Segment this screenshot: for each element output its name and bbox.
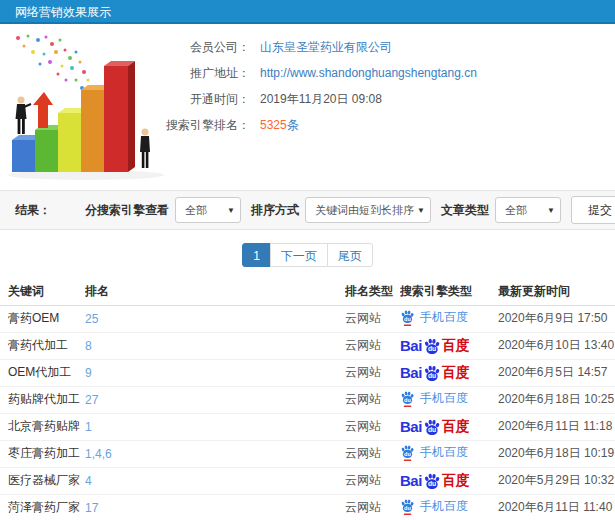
- sort-select-value: 关键词由短到长排序: [315, 204, 414, 216]
- engine-cell: Bai du 百度: [400, 359, 498, 386]
- keyword-cell: 枣庄膏药加工: [0, 440, 85, 467]
- summary-section: 会员公司：山东皇圣堂药业有限公司推广地址：http://www.shandong…: [0, 24, 615, 190]
- engine-cell: du 手机百度: [400, 386, 498, 413]
- updated-cell: 2020年6月11日 11:40: [498, 494, 615, 520]
- baidu-logo: Bai du 百度: [400, 472, 470, 490]
- company-info-list: 会员公司：山东皇圣堂药业有限公司推广地址：http://www.shandong…: [148, 34, 477, 138]
- engine-cell: Bai du 百度: [400, 332, 498, 359]
- mobile-paw-icon: du: [400, 390, 415, 407]
- table-row: OEM代加工 9 云网站 Bai du 百度 202: [0, 359, 615, 386]
- rank-link[interactable]: 17: [85, 501, 98, 515]
- updated-cell: 2020年6月11日 11:18: [498, 413, 615, 440]
- page-next[interactable]: 下一页: [270, 243, 328, 267]
- engine-cell: du 手机百度: [400, 440, 498, 467]
- updated-cell: 2020年6月18日 10:25: [498, 386, 615, 413]
- table-row: 枣庄膏药加工 1,4,6 云网站 du 手机百度: [0, 440, 615, 467]
- info-row: 会员公司：山东皇圣堂药业有限公司: [148, 34, 477, 60]
- results-table: 关键词排名排名类型搜索引擎类型最新更新时间 膏药OEM 25 云网站 du: [0, 278, 615, 520]
- rank-link[interactable]: 27: [85, 393, 98, 407]
- rank-type-cell: 云网站: [345, 413, 400, 440]
- engine-cell: du 手机百度: [400, 305, 498, 332]
- mobile-baidu-icon: du 手机百度: [400, 498, 468, 515]
- info-label: 搜索引擎排名：: [148, 112, 250, 138]
- info-value[interactable]: http://www.shandonghuangshengtang.cn: [260, 60, 477, 86]
- rank-cell: 25: [85, 305, 345, 332]
- keyword-cell: 菏泽膏药厂家: [0, 494, 85, 520]
- engine-select[interactable]: 全部 ▼: [175, 197, 241, 223]
- sort-filter-label: 排序方式: [251, 202, 299, 219]
- baidu-paw-icon: du: [423, 472, 441, 490]
- svg-text:du: du: [404, 396, 411, 402]
- updated-cell: 2020年6月10日 13:40: [498, 332, 615, 359]
- engine-filter-label: 分搜索引擎查看: [85, 202, 169, 219]
- mobile-baidu-icon: du 手机百度: [400, 390, 468, 407]
- table-row: 药贴牌代加工 27 云网站 du 手机百度 2: [0, 386, 615, 413]
- result-label: 结果：: [15, 202, 51, 219]
- engine-cell: du 手机百度: [400, 494, 498, 520]
- caret-down-icon: ▼: [227, 199, 235, 223]
- rank-type-cell: 云网站: [345, 359, 400, 386]
- submit-button[interactable]: 提交: [571, 196, 615, 224]
- table-header-row: 关键词排名排名类型搜索引擎类型最新更新时间: [0, 278, 615, 305]
- caret-down-icon: ▼: [417, 199, 425, 223]
- info-label: 开通时间：: [148, 86, 250, 112]
- svg-text:du: du: [428, 345, 436, 352]
- keyword-cell: 北京膏药贴牌: [0, 413, 85, 440]
- rank-link[interactable]: 4: [85, 474, 92, 488]
- updated-cell: 2020年6月5日 14:57: [498, 359, 615, 386]
- info-row: 开通时间：2019年11月20日 09:08: [148, 86, 477, 112]
- table-row: 菏泽膏药厂家 17 云网站 du 手机百度 2: [0, 494, 615, 520]
- rank-type-cell: 云网站: [345, 494, 400, 520]
- info-row: 推广地址：http://www.shandonghuangshengtang.c…: [148, 60, 477, 86]
- rank-type-cell: 云网站: [345, 332, 400, 359]
- updated-cell: 2020年6月18日 10:19: [498, 440, 615, 467]
- table-row: 北京膏药贴牌 1 云网站 Bai du 百度 202: [0, 413, 615, 440]
- table-row: 膏药OEM 25 云网站 du 手机百度 20: [0, 305, 615, 332]
- baidu-logo: Bai du 百度: [400, 364, 470, 382]
- rank-link[interactable]: 1,4,6: [85, 447, 112, 461]
- info-value[interactable]: 山东皇圣堂药业有限公司: [260, 34, 392, 60]
- rank-link[interactable]: 25: [85, 312, 98, 326]
- column-header-rank-type: 排名类型: [345, 278, 400, 305]
- article-type-select[interactable]: 全部 ▼: [495, 197, 561, 223]
- table-row: 医疗器械厂家 4 云网站 Bai du 百度 202: [0, 467, 615, 494]
- rank-cell: 1,4,6: [85, 440, 345, 467]
- svg-text:du: du: [404, 450, 411, 456]
- baidu-paw-icon: du: [423, 364, 441, 382]
- svg-text:du: du: [428, 426, 436, 433]
- mobile-baidu-icon: du 手机百度: [400, 309, 468, 326]
- page-last[interactable]: 尾页: [327, 243, 373, 267]
- engine-cell: Bai du 百度: [400, 467, 498, 494]
- svg-text:du: du: [404, 315, 411, 321]
- column-header-updated: 最新更新时间: [498, 278, 615, 305]
- column-header-rank: 排名: [85, 278, 345, 305]
- pagination: 1下一页尾页: [0, 243, 615, 269]
- sort-select[interactable]: 关键词由短到长排序 ▼: [305, 197, 431, 223]
- info-value: 2019年11月20日 09:08: [260, 86, 382, 112]
- mobile-baidu-icon: du 手机百度: [400, 444, 468, 461]
- page-current[interactable]: 1: [242, 243, 271, 267]
- info-value: 5325条: [260, 112, 299, 138]
- up-arrow-icon: [33, 92, 53, 128]
- keyword-cell: 药贴牌代加工: [0, 386, 85, 413]
- rank-link[interactable]: 1: [85, 420, 92, 434]
- baidu-paw-icon: du: [423, 418, 441, 436]
- rank-cell: 4: [85, 467, 345, 494]
- engine-cell: Bai du 百度: [400, 413, 498, 440]
- rank-cell: 9: [85, 359, 345, 386]
- baidu-logo: Bai du 百度: [400, 418, 470, 436]
- mobile-paw-icon: du: [400, 309, 415, 326]
- rank-cell: 1: [85, 413, 345, 440]
- keyword-cell: OEM代加工: [0, 359, 85, 386]
- rank-type-cell: 云网站: [345, 467, 400, 494]
- rank-cell: 17: [85, 494, 345, 520]
- column-header-engine-type: 搜索引擎类型: [400, 278, 498, 305]
- svg-text:du: du: [428, 480, 436, 487]
- businessman-left: [16, 97, 32, 135]
- article-type-label: 文章类型: [441, 202, 489, 219]
- keyword-cell: 膏药OEM: [0, 305, 85, 332]
- rank-link[interactable]: 9: [85, 366, 92, 380]
- filter-bar: 结果： 分搜索引擎查看 全部 ▼ 排序方式 关键词由短到长排序 ▼ 文章类型 全…: [0, 190, 615, 230]
- rank-link[interactable]: 8: [85, 339, 92, 353]
- rank-cell: 27: [85, 386, 345, 413]
